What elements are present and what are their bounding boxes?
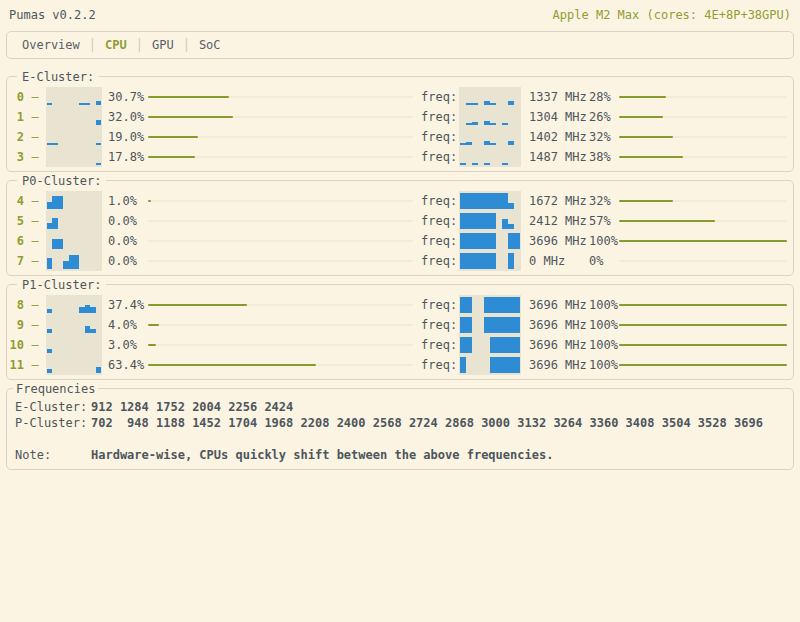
cpu-usage-sparkline	[46, 231, 102, 251]
tab-overview[interactable]: Overview	[13, 38, 89, 52]
cpu-usage-sparkline	[46, 295, 102, 315]
sparkline-bar	[47, 103, 52, 105]
freq-label: freq:	[421, 254, 459, 268]
core-dash: –	[24, 130, 46, 144]
cpu-usage-gauge	[148, 211, 413, 231]
gauge-track	[148, 260, 413, 262]
cpu-freq-percent: 32%	[589, 194, 619, 208]
gauge-fill	[619, 156, 683, 158]
cpu-freq-percent: 100%	[589, 318, 619, 332]
cpu-usage-sparkline	[46, 315, 102, 335]
cpu-freq-mhz: 3696 MHz	[529, 318, 589, 332]
core-dash: –	[24, 358, 46, 372]
cpu-usage-sparkline	[46, 147, 102, 167]
cpu-usage-percent: 1.0%	[108, 194, 148, 208]
sparkline-bar	[514, 337, 520, 353]
gauge-fill	[619, 344, 787, 346]
cpu-freq-gauge	[619, 315, 787, 335]
sparkline-bar	[466, 297, 472, 313]
gauge-fill	[619, 136, 673, 138]
gauge-fill	[148, 116, 233, 118]
core-id: 9	[9, 318, 24, 332]
cpu-usage-sparkline	[46, 355, 102, 375]
cpu-usage-sparkline	[46, 87, 102, 107]
cpu-freq-mhz: 3696 MHz	[529, 298, 589, 312]
cpu-freq-percent: 32%	[589, 130, 619, 144]
core-dash: –	[24, 338, 46, 352]
cpu-freq-gauge	[619, 295, 787, 315]
sparkline-bar	[96, 163, 101, 165]
core-dash: –	[24, 110, 46, 124]
cpu-freq-percent: 38%	[589, 150, 619, 164]
cpu-usage-percent: 0.0%	[108, 254, 148, 268]
cpu-freq-percent: 100%	[589, 298, 619, 312]
cpu-freq-mhz: 1337 MHz	[529, 90, 589, 104]
sparkline-bar	[47, 369, 52, 373]
gauge-fill	[619, 96, 666, 98]
tab-gpu[interactable]: GPU	[143, 38, 183, 52]
freq-label: freq:	[421, 234, 459, 248]
cpu-freq-sparkline	[459, 107, 521, 127]
core-dash: –	[24, 234, 46, 248]
cpu-freq-percent: 26%	[589, 110, 619, 124]
cpu-freq-percent: 28%	[589, 90, 619, 104]
core-dash: –	[24, 318, 46, 332]
cpu-usage-percent: 0.0%	[108, 234, 148, 248]
cpu-freq-sparkline	[459, 191, 521, 211]
tab-separator: │	[136, 38, 143, 52]
cpu-usage-sparkline	[46, 211, 102, 231]
freq-label: freq:	[421, 298, 459, 312]
sparkline-bar	[490, 123, 496, 125]
sparkline-bar	[52, 218, 57, 229]
cpu-freq-mhz: 3696 MHz	[529, 358, 589, 372]
gauge-track	[148, 240, 413, 242]
sparkline-bar	[508, 141, 514, 145]
core-id: 8	[9, 298, 24, 312]
gauge-fill	[619, 364, 787, 366]
cpu-usage-percent: 19.0%	[108, 130, 148, 144]
cpu-usage-gauge	[148, 191, 413, 211]
e-cluster-frequencies-values: 912 1284 1752 2004 2256 2424	[91, 399, 293, 415]
gauge-fill	[148, 200, 151, 202]
sparkline-bar	[514, 357, 520, 373]
sparkline-bar	[490, 253, 496, 269]
gauge-fill	[148, 156, 195, 158]
core-row: 7 – 0.0% freq: 0 MHz 0%	[9, 251, 787, 271]
cpu-usage-percent: 3.0%	[108, 338, 148, 352]
cpu-usage-gauge	[148, 335, 413, 355]
sparkline-bar	[502, 163, 508, 165]
e-cluster-rows: 0 – 30.7% freq: 1337 MHz 28% 1 – 32.0% f…	[9, 87, 787, 167]
core-dash: –	[24, 254, 46, 268]
sparkline-bar	[466, 337, 472, 353]
tab-cpu[interactable]: CPU	[96, 38, 136, 52]
cpu-freq-gauge	[619, 335, 787, 355]
tab-soc[interactable]: SoC	[190, 38, 230, 52]
cpu-usage-percent: 0.0%	[108, 214, 148, 228]
core-dash: –	[24, 194, 46, 208]
cpu-usage-gauge	[148, 315, 413, 335]
core-id: 0	[9, 90, 24, 104]
sparkline-bar	[490, 103, 496, 105]
cpu-freq-gauge	[619, 147, 787, 167]
cpu-usage-percent: 63.4%	[108, 358, 148, 372]
cpu-usage-gauge	[148, 251, 413, 271]
sparkline-bar	[460, 163, 466, 165]
gauge-track	[148, 220, 413, 222]
sparkline-bar	[58, 196, 63, 209]
sparkline-bar	[96, 101, 101, 105]
p-cluster-frequencies-label: P-Cluster:	[15, 415, 91, 431]
frequencies-note-row: Note: Hardware-wise, CPUs quickly shift …	[15, 447, 787, 463]
note-label: Note:	[15, 447, 91, 463]
cluster-title: E-Cluster:	[17, 69, 99, 85]
cpu-freq-percent: 0%	[589, 254, 619, 268]
sparkline-bar	[85, 103, 90, 105]
freq-label: freq:	[421, 358, 459, 372]
cpu-freq-gauge	[619, 211, 787, 231]
cpu-freq-mhz: 1487 MHz	[529, 150, 589, 164]
cpu-usage-gauge	[148, 295, 413, 315]
freq-label: freq:	[421, 90, 459, 104]
core-id: 2	[9, 130, 24, 144]
frequencies-title: Frequencies	[13, 381, 98, 397]
core-row: 11 – 63.4% freq: 3696 MHz 100%	[9, 355, 787, 375]
gauge-fill	[619, 220, 715, 222]
